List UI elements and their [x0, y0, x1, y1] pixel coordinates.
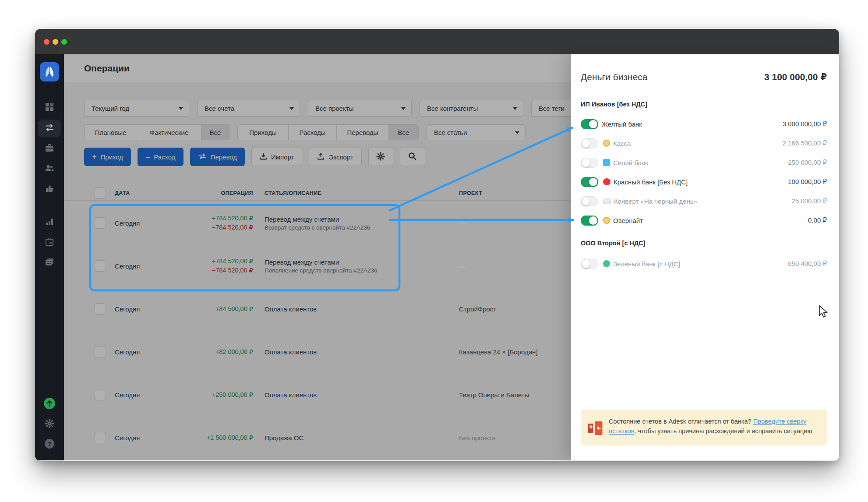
sidebar-item-help[interactable]: ?	[38, 436, 61, 453]
desktop-background: ? Операции Текущий год Все счета	[0, 0, 868, 502]
account-toggle[interactable]	[581, 119, 598, 129]
sidebar-item-dashboard[interactable]	[38, 99, 61, 117]
account-row: Овернайт 0,00 ₽	[581, 211, 827, 230]
account-toggle[interactable]	[581, 158, 598, 168]
calendar-icon	[46, 238, 53, 247]
sidebar-item-settings[interactable]	[38, 416, 61, 433]
account-amount: 250 000,00 ₽	[788, 159, 827, 166]
account-label[interactable]: Касса	[613, 140, 631, 147]
account-label[interactable]: Синий банк	[613, 159, 648, 166]
transfers-icon	[45, 124, 54, 133]
adesk-logo-icon[interactable]	[40, 62, 59, 81]
sidebar-item-operations[interactable]	[38, 120, 61, 137]
notice-text: Состояние счетов в Adesk отличается от б…	[609, 417, 819, 438]
account-amount: 100 000,00 ₽	[788, 178, 827, 186]
account-row: Желтый банк 3 000 000,00 ₽	[581, 114, 827, 134]
help-icon: ?	[44, 438, 55, 451]
group-header: ИП Иванов [без НДС]	[581, 101, 647, 108]
sidebar-item-payment-calendar[interactable]	[38, 254, 61, 272]
close-button[interactable]	[44, 39, 49, 45]
window-titlebar	[35, 29, 839, 54]
account-toggle[interactable]	[581, 216, 598, 226]
sidebar-item-calendar[interactable]	[38, 234, 61, 251]
coin-icon	[603, 217, 610, 224]
briefcase-icon	[45, 144, 54, 154]
account-amount: 0,00 ₽	[808, 216, 827, 224]
account-amount: 25 000,00 ₽	[792, 197, 827, 205]
sidebar-item-reports[interactable]	[38, 214, 61, 231]
app-window: ? Операции Текущий год Все счета	[35, 29, 839, 461]
coin-icon	[603, 140, 610, 147]
sidebar-item-approvals[interactable]	[38, 180, 61, 198]
account-row: Конверт «На черный день» 25 000,00 ₽	[581, 191, 827, 211]
upgrade-arrow-icon	[43, 397, 56, 411]
blue-square-icon	[603, 159, 610, 166]
app-body: ? Операции Текущий год Все счета	[35, 54, 839, 460]
svg-text:?: ?	[48, 441, 51, 447]
account-label[interactable]: Овернайт	[613, 217, 643, 224]
minimize-button[interactable]	[53, 39, 58, 45]
panel-title: Деньги бизнеса	[581, 72, 648, 82]
account-row: Касса 2 166 500,00 ₽	[581, 134, 827, 153]
account-amount: 3 000 000,00 ₽	[783, 120, 827, 128]
calculator-icon	[45, 258, 54, 268]
sidebar: ?	[35, 54, 64, 460]
reconciliation-notice: Состояние счетов в Adesk отличается от б…	[581, 410, 827, 445]
panel-total: 3 100 000,00 ₽	[764, 72, 827, 82]
account-label[interactable]: Зелёный банк [с НДС]	[613, 260, 680, 268]
account-row: Синий банк 250 000,00 ₽	[581, 153, 827, 172]
account-label[interactable]: Конверт «На черный день»	[614, 198, 697, 205]
sidebar-item-upgrade[interactable]	[38, 396, 61, 413]
account-toggle[interactable]	[581, 138, 598, 148]
account-label[interactable]: Желтый банк	[602, 120, 642, 128]
green-circle-icon	[603, 260, 610, 267]
account-row: Красный банк [Без НДС] 100 000,00 ₽	[581, 172, 827, 191]
red-circle-icon	[603, 178, 610, 185]
account-label[interactable]: Красный банк [Без НДС]	[614, 178, 688, 186]
money-panel: Деньги бизнеса 3 100 000,00 ₽ ИП Иванов …	[571, 54, 839, 460]
bar-chart-icon	[46, 218, 53, 227]
panel-header: Деньги бизнеса 3 100 000,00 ₽	[581, 72, 827, 82]
dashboard-icon	[45, 103, 54, 113]
gear-icon	[45, 419, 54, 430]
sidebar-item-contacts[interactable]	[38, 160, 61, 178]
account-toggle[interactable]	[581, 196, 598, 206]
account-toggle[interactable]	[581, 259, 598, 269]
account-amount: 2 166 500,00 ₽	[783, 139, 827, 147]
reconcile-icon	[587, 417, 603, 438]
group-header: ООО Второй [с НДС]	[581, 240, 646, 247]
account-row: Зелёный банк [с НДС] 650 400,00 ₽	[581, 254, 827, 273]
sidebar-item-projects[interactable]	[38, 140, 61, 158]
thumbs-up-icon	[46, 184, 54, 194]
envelope-icon	[603, 198, 611, 204]
account-amount: 650 400,00 ₽	[788, 260, 827, 268]
account-toggle[interactable]	[581, 177, 598, 187]
people-icon	[45, 165, 54, 173]
zoom-button[interactable]	[61, 39, 67, 45]
